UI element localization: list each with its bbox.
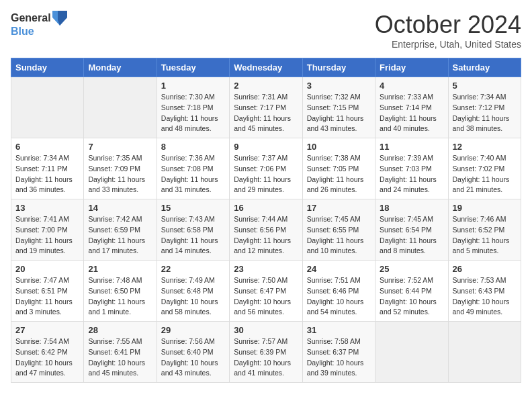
calendar-cell: 2Sunrise: 7:31 AMSunset: 7:17 PMDaylight… <box>230 77 302 138</box>
calendar-cell: 27Sunrise: 7:54 AMSunset: 6:42 PMDayligh… <box>11 322 84 383</box>
calendar-cell: 23Sunrise: 7:50 AMSunset: 6:47 PMDayligh… <box>230 261 302 322</box>
calendar-cell: 6Sunrise: 7:34 AMSunset: 7:11 PMDaylight… <box>11 138 84 199</box>
day-info: Sunrise: 7:30 AMSunset: 7:18 PMDaylight:… <box>161 92 225 134</box>
calendar-cell: 4Sunrise: 7:33 AMSunset: 7:14 PMDaylight… <box>375 77 448 138</box>
day-number: 28 <box>88 325 152 335</box>
calendar-week-row: 6Sunrise: 7:34 AMSunset: 7:11 PMDaylight… <box>11 138 521 199</box>
day-number: 4 <box>380 81 443 91</box>
day-number: 30 <box>234 325 298 335</box>
day-number: 25 <box>380 264 443 274</box>
day-info: Sunrise: 7:55 AMSunset: 6:41 PMDaylight:… <box>88 336 152 379</box>
day-number: 20 <box>15 264 79 274</box>
day-number: 29 <box>161 325 225 335</box>
calendar-table: SundayMondayTuesdayWednesdayThursdayFrid… <box>11 58 521 383</box>
logo-general-text: General <box>11 12 51 24</box>
day-number: 21 <box>88 264 152 274</box>
calendar-cell: 8Sunrise: 7:36 AMSunset: 7:08 PMDaylight… <box>157 138 229 199</box>
calendar-cell <box>448 322 521 383</box>
calendar-cell: 20Sunrise: 7:47 AMSunset: 6:51 PMDayligh… <box>11 261 84 322</box>
day-number: 17 <box>307 203 371 213</box>
weekday-header-monday: Monday <box>84 58 157 77</box>
day-info: Sunrise: 7:41 AMSunset: 7:00 PMDaylight:… <box>15 214 79 257</box>
calendar-cell: 30Sunrise: 7:57 AMSunset: 6:39 PMDayligh… <box>230 322 302 383</box>
calendar-cell: 5Sunrise: 7:34 AMSunset: 7:12 PMDaylight… <box>448 77 521 138</box>
calendar-cell: 3Sunrise: 7:32 AMSunset: 7:15 PMDaylight… <box>302 77 375 138</box>
day-info: Sunrise: 7:45 AMSunset: 6:54 PMDaylight:… <box>380 214 443 257</box>
day-info: Sunrise: 7:46 AMSunset: 6:52 PMDaylight:… <box>453 214 517 257</box>
day-info: Sunrise: 7:42 AMSunset: 6:59 PMDaylight:… <box>88 214 152 257</box>
weekday-header-wednesday: Wednesday <box>230 58 302 77</box>
calendar-cell: 22Sunrise: 7:49 AMSunset: 6:48 PMDayligh… <box>157 261 229 322</box>
calendar-cell: 28Sunrise: 7:55 AMSunset: 6:41 PMDayligh… <box>84 322 157 383</box>
day-number: 3 <box>307 81 371 91</box>
day-number: 31 <box>307 325 371 335</box>
day-number: 18 <box>380 203 443 213</box>
day-number: 27 <box>15 325 79 335</box>
day-info: Sunrise: 7:36 AMSunset: 7:08 PMDaylight:… <box>161 153 225 195</box>
weekday-header-sunday: Sunday <box>11 58 84 77</box>
calendar-cell: 29Sunrise: 7:56 AMSunset: 6:40 PMDayligh… <box>157 322 229 383</box>
calendar-cell: 9Sunrise: 7:37 AMSunset: 7:06 PMDaylight… <box>230 138 302 199</box>
day-info: Sunrise: 7:39 AMSunset: 7:03 PMDaylight:… <box>380 153 443 195</box>
day-info: Sunrise: 7:58 AMSunset: 6:37 PMDaylight:… <box>307 336 371 379</box>
day-number: 9 <box>234 142 298 152</box>
day-info: Sunrise: 7:50 AMSunset: 6:47 PMDaylight:… <box>234 275 298 318</box>
calendar-cell: 21Sunrise: 7:48 AMSunset: 6:50 PMDayligh… <box>84 261 157 322</box>
day-number: 26 <box>453 264 517 274</box>
day-info: Sunrise: 7:38 AMSunset: 7:05 PMDaylight:… <box>307 153 371 195</box>
location-subtitle: Enterprise, Utah, United States <box>375 39 521 50</box>
day-number: 14 <box>88 203 152 213</box>
day-info: Sunrise: 7:51 AMSunset: 6:46 PMDaylight:… <box>307 275 371 318</box>
weekday-header-tuesday: Tuesday <box>157 58 229 77</box>
calendar-cell: 31Sunrise: 7:58 AMSunset: 6:37 PMDayligh… <box>302 322 375 383</box>
day-number: 10 <box>307 142 371 152</box>
calendar-week-row: 13Sunrise: 7:41 AMSunset: 7:00 PMDayligh… <box>11 199 521 261</box>
logo-blue-text: Blue <box>11 26 34 37</box>
day-number: 24 <box>307 264 371 274</box>
calendar-cell: 15Sunrise: 7:43 AMSunset: 6:58 PMDayligh… <box>157 199 229 261</box>
day-info: Sunrise: 7:47 AMSunset: 6:51 PMDaylight:… <box>15 275 79 318</box>
day-info: Sunrise: 7:54 AMSunset: 6:42 PMDaylight:… <box>15 336 79 379</box>
day-info: Sunrise: 7:49 AMSunset: 6:48 PMDaylight:… <box>161 275 225 318</box>
calendar-cell: 17Sunrise: 7:45 AMSunset: 6:55 PMDayligh… <box>302 199 375 261</box>
day-number: 8 <box>161 142 225 152</box>
calendar-cell: 19Sunrise: 7:46 AMSunset: 6:52 PMDayligh… <box>448 199 521 261</box>
calendar-cell: 24Sunrise: 7:51 AMSunset: 6:46 PMDayligh… <box>302 261 375 322</box>
day-info: Sunrise: 7:57 AMSunset: 6:39 PMDaylight:… <box>234 336 298 379</box>
calendar-week-row: 27Sunrise: 7:54 AMSunset: 6:42 PMDayligh… <box>11 322 521 383</box>
day-number: 7 <box>88 142 152 152</box>
calendar-cell: 13Sunrise: 7:41 AMSunset: 7:00 PMDayligh… <box>11 199 84 261</box>
day-number: 13 <box>15 203 79 213</box>
day-number: 2 <box>234 81 298 91</box>
weekday-header-thursday: Thursday <box>302 58 375 77</box>
day-number: 23 <box>234 264 298 274</box>
calendar-week-row: 1Sunrise: 7:30 AMSunset: 7:18 PMDaylight… <box>11 77 521 138</box>
day-info: Sunrise: 7:34 AMSunset: 7:11 PMDaylight:… <box>15 153 79 195</box>
day-info: Sunrise: 7:37 AMSunset: 7:06 PMDaylight:… <box>234 153 298 195</box>
day-number: 11 <box>380 142 443 152</box>
page-header: General Blue October 2024 Enterprise, Ut… <box>11 11 521 50</box>
calendar-cell: 7Sunrise: 7:35 AMSunset: 7:09 PMDaylight… <box>84 138 157 199</box>
calendar-cell: 10Sunrise: 7:38 AMSunset: 7:05 PMDayligh… <box>302 138 375 199</box>
calendar-cell <box>84 77 157 138</box>
day-number: 15 <box>161 203 225 213</box>
day-number: 6 <box>15 142 79 152</box>
day-info: Sunrise: 7:34 AMSunset: 7:12 PMDaylight:… <box>453 92 517 134</box>
month-title: October 2024 <box>375 11 521 39</box>
calendar-cell: 14Sunrise: 7:42 AMSunset: 6:59 PMDayligh… <box>84 199 157 261</box>
day-info: Sunrise: 7:40 AMSunset: 7:02 PMDaylight:… <box>453 153 517 195</box>
day-number: 5 <box>453 81 517 91</box>
day-number: 16 <box>234 203 298 213</box>
weekday-header-row: SundayMondayTuesdayWednesdayThursdayFrid… <box>11 58 521 77</box>
day-info: Sunrise: 7:48 AMSunset: 6:50 PMDaylight:… <box>88 275 152 318</box>
day-info: Sunrise: 7:43 AMSunset: 6:58 PMDaylight:… <box>161 214 225 257</box>
weekday-header-saturday: Saturday <box>448 58 521 77</box>
day-info: Sunrise: 7:33 AMSunset: 7:14 PMDaylight:… <box>380 92 443 134</box>
weekday-header-friday: Friday <box>375 58 448 77</box>
calendar-cell <box>11 77 84 138</box>
day-info: Sunrise: 7:32 AMSunset: 7:15 PMDaylight:… <box>307 92 371 134</box>
day-info: Sunrise: 7:44 AMSunset: 6:56 PMDaylight:… <box>234 214 298 257</box>
calendar-cell: 1Sunrise: 7:30 AMSunset: 7:18 PMDaylight… <box>157 77 229 138</box>
day-number: 19 <box>453 203 517 213</box>
logo: General Blue <box>11 11 67 38</box>
